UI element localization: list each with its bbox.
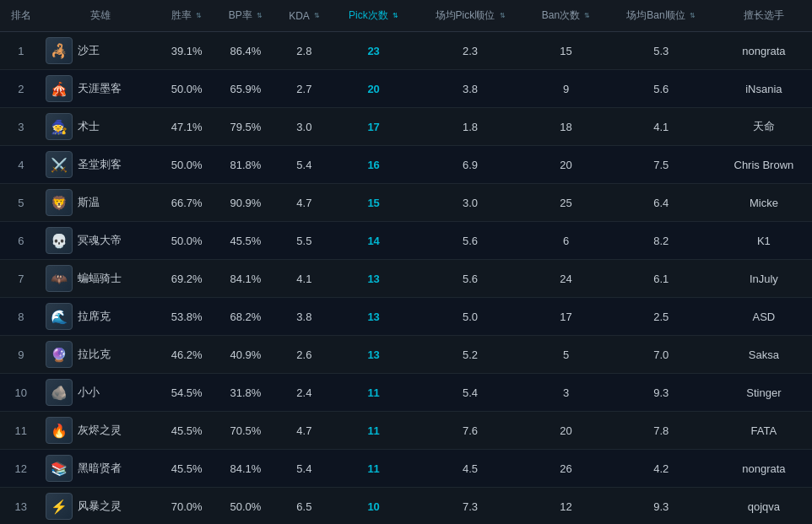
cell-winrate: 45.5% bbox=[158, 450, 214, 488]
cell-rank: 4 bbox=[0, 146, 42, 184]
header-picks[interactable]: Pick次数 ⇅ bbox=[333, 0, 415, 32]
hero-name-label: 蝙蝠骑士 bbox=[78, 271, 122, 286]
cell-winrate: 50.0% bbox=[158, 70, 214, 108]
header-player[interactable]: 擅长选手 bbox=[716, 0, 812, 32]
cell-player: nongrata bbox=[716, 450, 812, 488]
cell-avg-pick-pos: 5.2 bbox=[415, 336, 526, 374]
hero-name-label: 天涯墨客 bbox=[78, 81, 122, 96]
cell-rank: 6 bbox=[0, 222, 42, 260]
header-kda[interactable]: KDA ⇅ bbox=[276, 0, 333, 32]
cell-kda: 4.1 bbox=[276, 260, 333, 298]
sort-icon-avg-ban-pos: ⇅ bbox=[690, 13, 696, 19]
hero-icon: 🔥 bbox=[46, 417, 73, 444]
cell-picks: 13 bbox=[333, 260, 415, 298]
cell-bprate: 50.0% bbox=[215, 488, 276, 525]
table-row: 4 ⚔️ 圣堂刺客 50.0% 81.8% 5.4 16 6.9 20 7.5 … bbox=[0, 146, 812, 184]
cell-avg-pick-pos: 6.9 bbox=[415, 146, 526, 184]
cell-hero: 🦁 斯温 bbox=[42, 184, 159, 222]
cell-avg-pick-pos: 5.6 bbox=[415, 260, 526, 298]
cell-hero: ⚡ 风暴之灵 bbox=[42, 488, 159, 525]
cell-rank: 9 bbox=[0, 336, 42, 374]
cell-bans: 25 bbox=[526, 184, 607, 222]
cell-rank: 10 bbox=[0, 374, 42, 412]
cell-kda: 2.7 bbox=[276, 70, 333, 108]
cell-winrate: 50.0% bbox=[158, 222, 214, 260]
cell-bans: 5 bbox=[526, 336, 607, 374]
cell-hero: 🪨 小小 bbox=[42, 374, 159, 412]
cell-winrate: 39.1% bbox=[158, 32, 214, 70]
cell-avg-ban-pos: 5.3 bbox=[607, 32, 716, 70]
header-avg-pick-pos[interactable]: 场均Pick顺位 ⇅ bbox=[415, 0, 526, 32]
cell-player: Micke bbox=[716, 184, 812, 222]
cell-bans: 24 bbox=[526, 260, 607, 298]
cell-player: 天命 bbox=[716, 108, 812, 146]
hero-icon: 🦁 bbox=[46, 189, 73, 216]
hero-icon: ⚔️ bbox=[46, 151, 73, 178]
cell-rank: 1 bbox=[0, 32, 42, 70]
header-winrate[interactable]: 胜率 ⇅ bbox=[158, 0, 214, 32]
table-row: 7 🦇 蝙蝠骑士 69.2% 84.1% 4.1 13 5.6 24 6.1 I… bbox=[0, 260, 812, 298]
hero-name-label: 术士 bbox=[78, 119, 100, 134]
header-rank[interactable]: 排名 bbox=[0, 0, 42, 32]
cell-bprate: 84.1% bbox=[215, 450, 276, 488]
hero-stats-table: 排名 英雄 胜率 ⇅ BP率 ⇅ KDA ⇅ Pick次数 bbox=[0, 0, 812, 524]
cell-avg-pick-pos: 4.5 bbox=[415, 450, 526, 488]
header-avg-ban-pos[interactable]: 场均Ban顺位 ⇅ bbox=[607, 0, 716, 32]
cell-bprate: 79.5% bbox=[215, 108, 276, 146]
table-row: 10 🪨 小小 54.5% 31.8% 2.4 11 5.4 3 9.3 Sti… bbox=[0, 374, 812, 412]
sort-icon-bans: ⇅ bbox=[584, 13, 590, 19]
cell-winrate: 69.2% bbox=[158, 260, 214, 298]
cell-hero: 📚 黑暗贤者 bbox=[42, 450, 159, 488]
header-hero[interactable]: 英雄 bbox=[42, 0, 159, 32]
cell-bans: 26 bbox=[526, 450, 607, 488]
cell-avg-pick-pos: 7.3 bbox=[415, 488, 526, 525]
cell-kda: 4.7 bbox=[276, 184, 333, 222]
table-row: 2 🎪 天涯墨客 50.0% 65.9% 2.7 20 3.8 9 5.6 iN… bbox=[0, 70, 812, 108]
cell-player: InJuly bbox=[716, 260, 812, 298]
cell-avg-ban-pos: 7.8 bbox=[607, 412, 716, 450]
hero-name-label: 拉席克 bbox=[78, 309, 111, 324]
cell-kda: 2.8 bbox=[276, 32, 333, 70]
cell-bans: 12 bbox=[526, 488, 607, 525]
hero-name-label: 小小 bbox=[78, 385, 100, 400]
cell-avg-pick-pos: 2.3 bbox=[415, 32, 526, 70]
cell-rank: 8 bbox=[0, 298, 42, 336]
table-row: 11 🔥 灰烬之灵 45.5% 70.5% 4.7 11 7.6 20 7.8 … bbox=[0, 412, 812, 450]
hero-icon: 💀 bbox=[46, 227, 73, 254]
cell-bprate: 65.9% bbox=[215, 70, 276, 108]
cell-picks: 11 bbox=[333, 374, 415, 412]
cell-hero: 🦂 沙王 bbox=[42, 32, 159, 70]
sort-icon-kda: ⇅ bbox=[314, 13, 320, 19]
cell-picks: 11 bbox=[333, 412, 415, 450]
header-bprate[interactable]: BP率 ⇅ bbox=[215, 0, 276, 32]
hero-icon: 🦂 bbox=[46, 37, 73, 64]
cell-avg-pick-pos: 5.0 bbox=[415, 298, 526, 336]
cell-avg-pick-pos: 3.0 bbox=[415, 184, 526, 222]
hero-name-label: 沙王 bbox=[78, 43, 100, 58]
table-row: 9 🔮 拉比克 46.2% 40.9% 2.6 13 5.2 5 7.0 Sak… bbox=[0, 336, 812, 374]
cell-bprate: 31.8% bbox=[215, 374, 276, 412]
cell-player: FATA bbox=[716, 412, 812, 450]
cell-winrate: 46.2% bbox=[158, 336, 214, 374]
cell-hero: 🎪 天涯墨客 bbox=[42, 70, 159, 108]
cell-bprate: 70.5% bbox=[215, 412, 276, 450]
cell-rank: 2 bbox=[0, 70, 42, 108]
table-row: 8 🌊 拉席克 53.8% 68.2% 3.8 13 5.0 17 2.5 AS… bbox=[0, 298, 812, 336]
cell-kda: 6.5 bbox=[276, 488, 333, 525]
cell-rank: 11 bbox=[0, 412, 42, 450]
table-row: 12 📚 黑暗贤者 45.5% 84.1% 5.4 11 4.5 26 4.2 … bbox=[0, 450, 812, 488]
cell-bprate: 86.4% bbox=[215, 32, 276, 70]
cell-avg-pick-pos: 7.6 bbox=[415, 412, 526, 450]
header-bans[interactable]: Ban次数 ⇅ bbox=[526, 0, 607, 32]
cell-avg-ban-pos: 9.3 bbox=[607, 374, 716, 412]
cell-avg-ban-pos: 9.3 bbox=[607, 488, 716, 525]
cell-bans: 20 bbox=[526, 412, 607, 450]
cell-hero: 🔮 拉比克 bbox=[42, 336, 159, 374]
cell-bprate: 81.8% bbox=[215, 146, 276, 184]
hero-icon: 🪨 bbox=[46, 379, 73, 406]
cell-player: Chris Brown bbox=[716, 146, 812, 184]
cell-picks: 13 bbox=[333, 298, 415, 336]
cell-avg-pick-pos: 5.4 bbox=[415, 374, 526, 412]
cell-avg-ban-pos: 7.5 bbox=[607, 146, 716, 184]
cell-winrate: 50.0% bbox=[158, 146, 214, 184]
